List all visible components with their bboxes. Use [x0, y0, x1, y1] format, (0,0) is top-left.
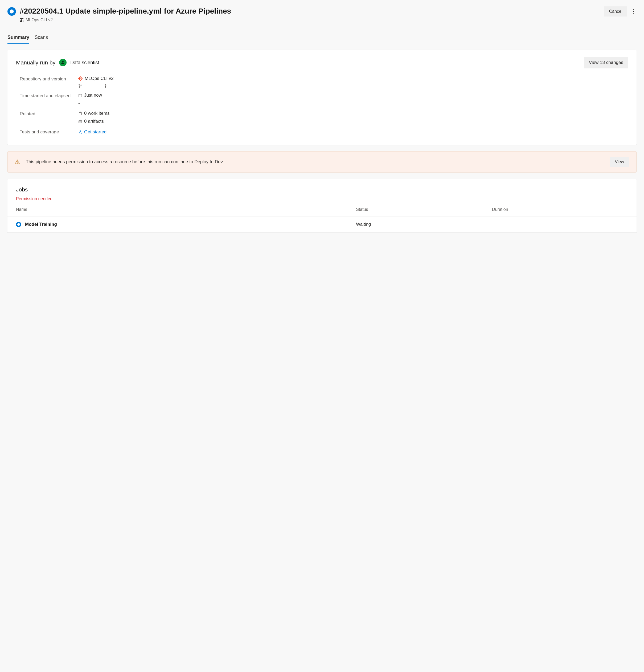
commit-icon[interactable]: [104, 84, 108, 88]
svg-point-4: [79, 84, 80, 85]
repo-name[interactable]: MLOps CLI v2: [85, 76, 114, 81]
job-name: Model Training: [25, 222, 57, 227]
permission-needed-label: Permission needed: [16, 196, 628, 201]
more-actions-button[interactable]: [630, 7, 637, 16]
time-label: Time started and elapsed: [20, 93, 73, 106]
svg-point-7: [105, 85, 106, 86]
warning-icon: [15, 159, 20, 165]
svg-rect-16: [79, 121, 82, 123]
col-duration: Duration: [492, 207, 628, 212]
clock-icon: [16, 222, 21, 227]
tests-label: Tests and coverage: [20, 129, 73, 135]
cancel-button[interactable]: Cancel: [604, 7, 627, 16]
svg-point-5: [79, 87, 80, 87]
jobs-table-header: Name Status Duration: [8, 201, 636, 216]
svg-rect-10: [79, 94, 82, 97]
work-items-count[interactable]: 0 work items: [84, 111, 109, 116]
branch-icon[interactable]: [78, 84, 82, 88]
artifact-icon: [78, 120, 82, 123]
flask-icon: [78, 130, 82, 134]
warning-text: This pipeline needs permission to access…: [26, 159, 604, 165]
workitem-icon: [78, 111, 82, 116]
job-status: Waiting: [356, 222, 492, 227]
repo-label: Repository and version: [20, 76, 73, 88]
svg-rect-2: [23, 21, 23, 22]
pipeline-icon: [20, 18, 24, 22]
svg-rect-0: [20, 21, 21, 22]
page-title: #20220504.1 Update simple-pipeline.yml f…: [20, 7, 600, 16]
more-vertical-icon: [633, 9, 634, 14]
manually-run-by-label: Manually run by: [16, 59, 55, 66]
tabs: Summary Scans: [8, 32, 636, 44]
jobs-title: Jobs: [16, 187, 628, 193]
summary-card: Manually run by Data scientist View 13 c…: [8, 50, 636, 145]
page-header: #20220504.1 Update simple-pipeline.yml f…: [8, 7, 636, 22]
view-permission-button[interactable]: View: [610, 157, 629, 167]
col-name: Name: [16, 207, 356, 212]
tab-scans[interactable]: Scans: [35, 32, 48, 44]
clock-icon: [8, 7, 16, 16]
view-changes-button[interactable]: View 13 changes: [584, 57, 628, 69]
run-by-user[interactable]: Data scientist: [70, 60, 99, 65]
time-started: Just now: [84, 93, 102, 98]
calendar-icon: [78, 94, 82, 97]
tests-get-started-link[interactable]: Get started: [84, 129, 107, 135]
git-icon: [78, 76, 83, 81]
col-status: Status: [356, 207, 492, 212]
related-label: Related: [20, 111, 73, 124]
pipeline-name[interactable]: MLOps CLI v2: [26, 17, 53, 22]
avatar: [59, 59, 67, 66]
time-elapsed: -: [78, 101, 628, 106]
permission-warning-banner: This pipeline needs permission to access…: [8, 151, 636, 172]
artifacts-count[interactable]: 0 artifacts: [84, 119, 104, 124]
jobs-card: Jobs Permission needed Name Status Durat…: [8, 179, 636, 233]
svg-rect-1: [21, 20, 22, 22]
table-row[interactable]: Model Training Waiting: [8, 216, 636, 233]
svg-point-6: [81, 85, 82, 86]
svg-rect-3: [20, 19, 23, 19]
tab-summary[interactable]: Summary: [8, 32, 29, 44]
